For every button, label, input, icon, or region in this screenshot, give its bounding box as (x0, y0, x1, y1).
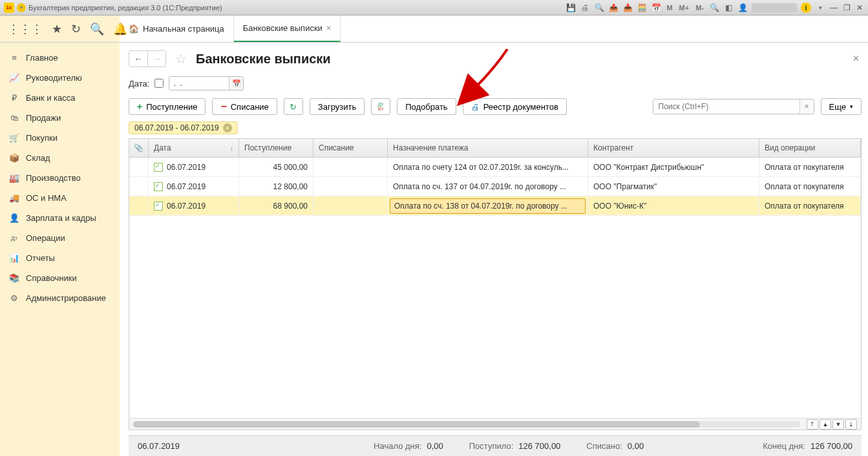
memory-mminus-button[interactable]: M- (694, 4, 705, 12)
sidebar-item-assets[interactable]: 🚚ОС и НМА (0, 188, 120, 208)
calendar-icon[interactable]: 📅 (651, 3, 661, 13)
memory-m-button[interactable]: M (665, 4, 673, 12)
nav-forward-button[interactable]: → (147, 51, 165, 67)
minimize-button[interactable]: — (829, 3, 838, 12)
favorites-star-icon[interactable]: ★ (52, 22, 62, 36)
col-counterparty[interactable]: Контрагент (588, 139, 759, 157)
cell-date: 06.07.2019 (167, 202, 206, 211)
grid-last-button[interactable]: ⤓ (845, 419, 857, 430)
save-icon[interactable]: 💾 (566, 3, 576, 13)
sidebar-item-operations[interactable]: ДтОперации (0, 228, 120, 248)
hscroll-track[interactable] (133, 421, 800, 428)
sidebar-item-sales[interactable]: 🛍Продажи (0, 108, 120, 128)
search-tool-icon[interactable]: 🔍 (90, 22, 104, 36)
grid-up-button[interactable]: ▲ (820, 419, 831, 430)
sidebar-item-label: Главное (26, 53, 58, 63)
col-date[interactable]: Дата↓ (149, 139, 239, 157)
col-purpose[interactable]: Назначение платежа (388, 139, 588, 157)
col-income[interactable]: Поступление (239, 139, 313, 157)
load-button[interactable]: Загрузить (310, 98, 365, 115)
tab-bank-statements[interactable]: Банковские выписки × (234, 16, 341, 42)
cell-income: 12 800,00 (273, 182, 308, 191)
preview-icon[interactable]: 🔍 (594, 3, 604, 13)
nav-back-button[interactable]: ← (129, 51, 147, 67)
panels-icon[interactable]: ◧ (723, 3, 734, 13)
grid-scrollbar[interactable]: ⤒ ▲ ▼ ⤓ (129, 418, 861, 430)
sidebar-item-bank[interactable]: ₽Банк и касса (0, 88, 120, 108)
active-cell[interactable]: Оплата по сч. 138 от 04.07.2019г. по дог… (390, 198, 586, 214)
col-attachment[interactable]: 📎 (129, 139, 149, 157)
col-expense[interactable]: Списание (313, 139, 388, 157)
date-input[interactable] (169, 77, 229, 90)
sidebar-item-label: Банк и касса (26, 93, 76, 103)
sidebar-item-reports[interactable]: 📊Отчеты (0, 248, 120, 268)
info-icon[interactable]: i (801, 3, 811, 13)
sidebar-item-label: Справочники (26, 273, 77, 283)
tab-home[interactable]: 🏠 Начальная страница (120, 16, 234, 42)
sidebar: ≡Главное 📈Руководителю ₽Банк и касса 🛍Пр… (0, 43, 120, 456)
calendar-button-icon[interactable]: 📅 (229, 77, 243, 90)
apps-grid-icon[interactable]: ⋮⋮⋮ (8, 22, 43, 36)
restore-button[interactable]: ❐ (842, 3, 851, 12)
app-title: Бухгалтерия предприятия, редакция 3.0 (1… (28, 4, 222, 12)
page-close-button[interactable]: × (853, 53, 859, 65)
grid-first-button[interactable]: ⤒ (807, 419, 818, 430)
registry-button[interactable]: 🖨Реестр документов (463, 98, 567, 115)
zoom-icon[interactable]: 🔍 (709, 3, 719, 13)
dtkt-button[interactable]: ДтКт (371, 98, 390, 115)
pick-button[interactable]: Подобрать (397, 98, 456, 115)
sidebar-item-main[interactable]: ≡Главное (0, 48, 120, 68)
info-dropdown-icon[interactable]: ▾ (815, 3, 825, 13)
grid-down-button[interactable]: ▼ (832, 419, 844, 430)
sidebar-item-warehouse[interactable]: 📦Склад (0, 148, 120, 168)
ruble-icon: ₽ (9, 93, 19, 103)
search-input[interactable] (653, 99, 799, 114)
col-date-label: Дата (154, 143, 171, 152)
sidebar-item-manager[interactable]: 📈Руководителю (0, 68, 120, 88)
income-button[interactable]: +Поступление (129, 98, 206, 115)
table-row[interactable]: 06.07.2019 12 800,00 Оплата по сч. 137 о… (129, 177, 861, 196)
plus-icon: + (137, 101, 142, 112)
favorite-star-icon[interactable]: ☆ (175, 51, 187, 67)
doc-out-icon[interactable]: 📤 (608, 3, 619, 13)
close-window-button[interactable]: ✕ (855, 3, 864, 12)
col-expense-label: Списание (319, 143, 354, 152)
user-icon[interactable]: 👤 (737, 3, 748, 13)
sidebar-item-catalogs[interactable]: 📚Справочники (0, 268, 120, 288)
filter-chip-remove-icon[interactable]: × (223, 123, 232, 132)
col-purpose-label: Назначение платежа (393, 143, 469, 152)
filter-chip[interactable]: 06.07.2019 - 06.07.2019 × (129, 121, 238, 134)
sidebar-item-admin[interactable]: ⚙Администрирование (0, 288, 120, 308)
history-icon[interactable]: ↻ (71, 22, 81, 36)
chevron-down-icon: ▾ (850, 103, 853, 110)
table-row[interactable]: 06.07.2019 45 000,00 Оплата по счету 124… (129, 158, 861, 177)
document-icon (154, 163, 163, 172)
pick-button-label: Подобрать (405, 102, 447, 112)
more-button[interactable]: Еще▾ (821, 98, 862, 115)
gear-icon: ⚙ (9, 293, 19, 303)
status-start-label: Начало дня: (374, 441, 421, 451)
sidebar-item-purchases[interactable]: 🛒Покупки (0, 128, 120, 148)
print-icon[interactable]: 🖨 (580, 3, 590, 13)
status-out-label: Списано: (586, 441, 622, 451)
app-logo-icon: 1c (4, 3, 14, 13)
app-menu-dropdown-icon[interactable]: ▾ (17, 3, 26, 12)
sidebar-item-hr[interactable]: 👤Зарплата и кадры (0, 208, 120, 228)
cell-date: 06.07.2019 (167, 182, 206, 191)
sidebar-item-production[interactable]: 🏭Производство (0, 168, 120, 188)
grid-body: 06.07.2019 45 000,00 Оплата по счету 124… (129, 158, 861, 418)
col-income-label: Поступление (244, 143, 291, 152)
income-button-label: Поступление (146, 102, 197, 112)
date-filter-checkbox[interactable] (154, 79, 164, 88)
tab-close-icon[interactable]: × (326, 23, 332, 33)
calc-icon[interactable]: 🧮 (637, 3, 647, 13)
search-clear-button[interactable]: × (799, 99, 814, 114)
memory-mplus-button[interactable]: M+ (678, 4, 691, 12)
hscroll-thumb[interactable] (133, 421, 700, 428)
expense-button[interactable]: −Списание (212, 98, 277, 115)
doc-in-icon[interactable]: 📥 (622, 3, 633, 13)
table-row[interactable]: 06.07.2019 68 900,00 Оплата по сч. 138 о… (129, 196, 861, 216)
refresh-button[interactable]: ↻ (284, 98, 303, 115)
user-name-box[interactable] (752, 3, 797, 12)
col-optype[interactable]: Вид операции (759, 139, 861, 157)
